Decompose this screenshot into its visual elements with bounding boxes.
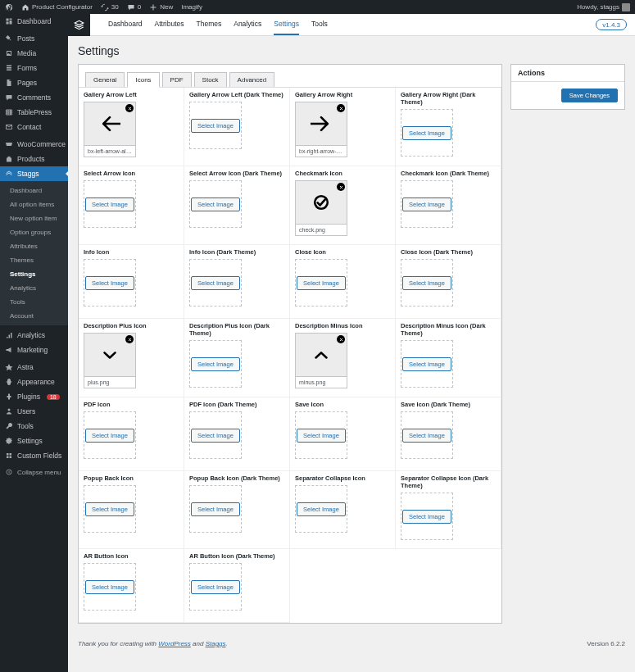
remove-image-icon[interactable] xyxy=(125,104,134,112)
menu-forms[interactable]: Forms xyxy=(0,61,68,75)
menu-appearance[interactable]: Appearance xyxy=(0,375,68,389)
menu-pages[interactable]: Pages xyxy=(0,75,68,90)
menu-dashboard[interactable]: Dashboard xyxy=(0,14,68,29)
footer-staggs-link[interactable]: Staggs xyxy=(206,640,226,647)
remove-image-icon[interactable] xyxy=(337,335,345,343)
select-image-button[interactable]: Select Image xyxy=(402,198,451,211)
select-image-button[interactable]: Select Image xyxy=(191,119,240,133)
submenu-attributes[interactable]: Attributes xyxy=(0,239,68,253)
ab-comments[interactable]: 0 xyxy=(127,3,141,11)
ab-updates[interactable]: 30 xyxy=(101,3,119,11)
icon-field-label: Description Plus Icon (Dark Theme) xyxy=(189,322,284,337)
settings-tab-general[interactable]: General xyxy=(85,72,125,87)
submenu-dashboard[interactable]: Dashboard xyxy=(0,184,68,198)
icon-field-label: Popup Back Icon (Dark Theme) xyxy=(189,474,284,482)
ab-site-link[interactable]: Product Configurator xyxy=(21,3,93,11)
icon-field-label: Gallery Arrow Right xyxy=(295,91,390,98)
woo-icon xyxy=(5,140,13,148)
plugin-tab-dashboard[interactable]: Dashboard xyxy=(108,14,143,35)
menu-posts[interactable]: Posts xyxy=(0,31,68,46)
submenu-analytics[interactable]: Analytics xyxy=(0,281,68,295)
select-image-button[interactable]: Select Image xyxy=(297,276,346,290)
remove-image-icon[interactable] xyxy=(337,104,345,112)
remove-image-icon[interactable] xyxy=(337,183,345,191)
settings-tab-stock[interactable]: Stock xyxy=(194,72,227,87)
select-image-button[interactable]: Select Image xyxy=(402,276,451,290)
menu-comments[interactable]: Comments xyxy=(0,90,68,105)
menu-custom-fields[interactable]: Custom Fields xyxy=(0,448,68,463)
menu-products[interactable]: Products xyxy=(0,152,68,166)
settings-tab-pdf[interactable]: PDF xyxy=(162,72,192,87)
icon-field-label: Popup Back Icon xyxy=(84,474,179,482)
select-image-button[interactable]: Select Image xyxy=(297,429,346,443)
icon-thumbnail[interactable] xyxy=(296,334,347,376)
submenu-new-option-item[interactable]: New option item xyxy=(0,211,68,225)
admin-menu: DashboardPostsMediaFormsPagesCommentsTab… xyxy=(0,14,68,656)
menu-astra[interactable]: Astra xyxy=(0,360,68,375)
submenu-account[interactable]: Account xyxy=(0,309,68,323)
icon-field: Close Icon (Dark Theme)Select Image xyxy=(396,245,501,319)
submenu-all-option-items[interactable]: All option items xyxy=(0,198,68,211)
menu-media[interactable]: Media xyxy=(0,46,68,61)
ab-new[interactable]: New xyxy=(149,3,173,11)
plugin-tab-analytics[interactable]: Analytics xyxy=(234,14,261,35)
ab-imagify[interactable]: Imagify xyxy=(181,3,202,11)
plugin-tab-settings[interactable]: Settings xyxy=(274,14,299,35)
plugin-tab-themes[interactable]: Themes xyxy=(197,14,222,35)
select-image-button[interactable]: Select Image xyxy=(191,276,240,290)
menu-analytics[interactable]: Analytics xyxy=(0,328,68,343)
select-image-button[interactable]: Select Image xyxy=(191,198,240,211)
staggs-logo-icon[interactable] xyxy=(68,14,90,36)
select-image-button[interactable]: Select Image xyxy=(85,502,134,516)
icon-field: Gallery Arrow Right (Dark Theme)Select I… xyxy=(396,88,501,166)
select-image-button[interactable]: Select Image xyxy=(85,580,134,594)
icon-field-label: Save Icon xyxy=(295,401,390,408)
submenu-themes[interactable]: Themes xyxy=(0,253,68,267)
collapse-menu[interactable]: Collapse menu xyxy=(0,463,68,481)
ab-wordpress-icon[interactable] xyxy=(5,3,13,11)
menu-users[interactable]: Users xyxy=(0,404,68,419)
icon-field: Popup Back IconSelect Image xyxy=(79,471,184,549)
actions-panel: Actions Save Changes xyxy=(510,64,625,110)
menu-settings[interactable]: Settings xyxy=(0,434,68,448)
ab-account[interactable]: Howdy, staggs xyxy=(577,3,630,11)
menu-woocommerce[interactable]: WooCommerce xyxy=(0,137,68,152)
select-image-button[interactable]: Select Image xyxy=(402,429,451,443)
menu-tablepress[interactable]: TablePress xyxy=(0,105,68,120)
footer-wordpress-link[interactable]: WordPress xyxy=(158,640,191,647)
select-image-button[interactable]: Select Image xyxy=(402,510,451,524)
forms-icon xyxy=(5,64,13,72)
plugin-tab-tools[interactable]: Tools xyxy=(311,14,328,35)
icon-thumbnail[interactable] xyxy=(84,334,135,376)
menu-marketing[interactable]: Marketing xyxy=(0,343,68,357)
select-image-button[interactable]: Select Image xyxy=(297,502,346,516)
settings-tab-advanced[interactable]: Advanced xyxy=(229,72,275,87)
icon-thumbnail[interactable] xyxy=(296,181,347,224)
select-image-button[interactable]: Select Image xyxy=(402,357,451,371)
select-image-button[interactable]: Select Image xyxy=(191,502,240,516)
select-image-button[interactable]: Select Image xyxy=(402,126,451,140)
submenu-tools[interactable]: Tools xyxy=(0,295,68,309)
select-image-button[interactable]: Select Image xyxy=(85,429,134,443)
select-image-button[interactable]: Select Image xyxy=(85,276,134,290)
submenu-settings[interactable]: Settings xyxy=(0,267,68,281)
pin-icon xyxy=(5,34,13,43)
menu-contact[interactable]: Contact xyxy=(0,120,68,134)
icon-thumbnail[interactable] xyxy=(84,102,135,145)
wp-version: Version 6.2.2 xyxy=(587,640,625,647)
menu-plugins[interactable]: Plugins18 xyxy=(0,389,68,404)
plugin-tab-attributes[interactable]: Attributes xyxy=(155,14,184,35)
select-image-button[interactable]: Select Image xyxy=(191,357,240,371)
remove-image-icon[interactable] xyxy=(125,335,134,343)
select-image-button[interactable]: Select Image xyxy=(85,198,134,211)
save-changes-button[interactable]: Save Changes xyxy=(561,89,618,102)
astra-icon xyxy=(5,363,13,371)
icon-thumbnail[interactable] xyxy=(296,102,347,145)
select-image-button[interactable]: Select Image xyxy=(191,429,240,443)
menu-tools[interactable]: Tools xyxy=(0,419,68,434)
icon-field-label: Gallery Arrow Right (Dark Theme) xyxy=(401,91,496,106)
submenu-option-groups[interactable]: Option groups xyxy=(0,225,68,239)
settings-tab-icons[interactable]: Icons xyxy=(127,72,159,88)
select-image-button[interactable]: Select Image xyxy=(191,580,240,594)
menu-staggs[interactable]: Staggs xyxy=(0,166,68,181)
